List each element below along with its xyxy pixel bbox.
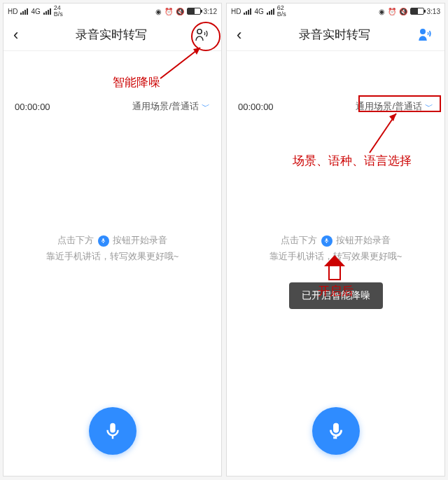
status-bar: HD 4G 24B/s ◉ ⏰ 🔇 3:12 [4,4,221,19]
eye-icon: ◉ [155,8,162,15]
signal-icon [43,8,51,15]
alarm-icon: ⏰ [388,8,396,15]
page-title: 录音实时转写 [30,27,192,43]
hint-text: 点击下方 按钮开始录音 靠近手机讲话，转写效果更好哦~ [13,232,211,265]
annotation-label: 开启后 [318,283,354,299]
chevron-down-icon: ﹀ [202,101,210,113]
alarm-icon: ⏰ [164,8,173,15]
back-button[interactable]: ‹ [237,26,253,44]
network-type: 4G [254,8,263,15]
annotation-arrow-up [324,255,345,280]
net-speed: 24B/s [54,5,63,18]
hd-indicator: HD [8,8,18,15]
back-button[interactable]: ‹ [13,26,30,44]
mute-icon: 🔇 [176,8,184,15]
network-type: 4G [31,8,40,15]
annotation-label: 场景、语种、语言选择 [293,153,412,169]
record-button[interactable] [89,407,136,455]
mute-icon: 🔇 [399,8,407,15]
phone-right: HD 4G 62B/s ◉ ⏰ 🔇 3:13 ‹ 录音实时转写 [226,3,445,476]
scene-selector[interactable]: 通用场景/普通话﹀ [132,100,210,113]
hd-indicator: HD [231,8,241,15]
record-button[interactable] [312,407,360,455]
timer: 00:00:00 [238,102,274,112]
page-title: 录音实时转写 [253,27,415,43]
timer: 00:00:00 [15,102,50,112]
annotation-label: 智能降噪 [113,74,160,90]
net-speed: 62B/s [277,5,286,18]
noise-reduction-icon[interactable] [415,25,435,45]
mic-icon [321,235,332,247]
battery-icon [410,8,424,15]
svg-point-1 [421,29,425,33]
clock-time: 3:13 [427,8,440,15]
signal-icon [267,8,274,15]
nav-bar: ‹ 录音实时转写 [227,19,444,51]
annotation-rect [358,95,441,112]
mic-icon [98,235,109,247]
eye-icon: ◉ [379,8,385,15]
signal-icon [20,8,28,15]
battery-icon [187,8,201,15]
status-bar: HD 4G 62B/s ◉ ⏰ 🔇 3:13 [227,4,444,19]
signal-icon [244,8,251,15]
annotation-circle [191,22,220,51]
nav-bar: ‹ 录音实时转写 [4,19,221,51]
clock-time: 3:12 [204,8,217,15]
